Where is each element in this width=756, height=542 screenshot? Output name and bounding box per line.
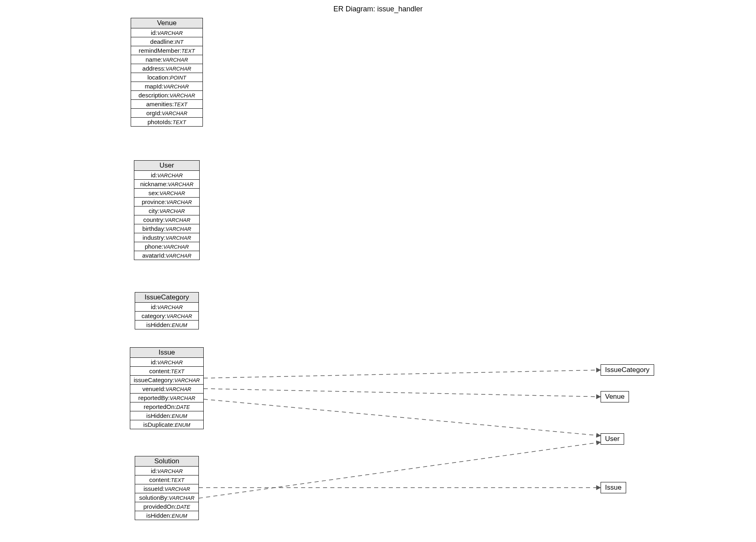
- field-type: VARCHAR: [157, 172, 183, 179]
- ref-issuecategory: IssueCategory: [601, 364, 654, 376]
- entity-venue-field-id: id:VARCHAR: [131, 28, 202, 37]
- field-name: isHidden: [146, 412, 170, 419]
- field-type: VARCHAR: [166, 199, 192, 205]
- field-name: deadline: [150, 38, 173, 45]
- field-name: birthday: [142, 225, 164, 232]
- field-name: id: [151, 467, 156, 474]
- entity-issue-field-reportedBy: reportedBy:VARCHAR: [130, 394, 203, 402]
- field-name: mapId: [145, 83, 162, 90]
- entity-solution-header: Solution: [135, 456, 198, 467]
- ref-user: User: [601, 433, 624, 445]
- field-name: location: [147, 74, 168, 81]
- field-type: VARCHAR: [157, 468, 183, 474]
- entity-issue-field-id: id:VARCHAR: [130, 358, 203, 367]
- diagram-canvas: ER Diagram: issue_handler Venue id:VARCH…: [0, 0, 756, 542]
- entity-issueCategory-field-category: category:VARCHAR: [135, 312, 198, 320]
- entity-user: User id:VARCHARnickname:VARCHARsex:VARCH…: [134, 160, 200, 260]
- field-name: isHidden: [146, 512, 170, 519]
- field-type: VARCHAR: [164, 486, 190, 492]
- field-name: reportedBy: [138, 394, 168, 401]
- entity-user-field-id: id:VARCHAR: [134, 171, 199, 180]
- field-type: POINT: [170, 75, 186, 81]
- entity-solution-field-id: id:VARCHAR: [135, 467, 198, 475]
- entity-user-field-industry: industry:VARCHAR: [134, 233, 199, 242]
- field-name: id: [151, 29, 156, 36]
- field-name: isHidden: [146, 321, 170, 328]
- entity-venue-field-description: description:VARCHAR: [131, 91, 202, 100]
- entity-user-header: User: [134, 161, 199, 171]
- ref-issue: Issue: [601, 482, 626, 493]
- field-name: province: [142, 198, 165, 205]
- field-type: VARCHAR: [168, 181, 194, 187]
- svg-line-1: [204, 389, 601, 397]
- field-type: TEXT: [171, 477, 184, 483]
- diagram-title: ER Diagram: issue_handler: [0, 5, 756, 13]
- entity-solution: Solution id:VARCHARcontent:TEXTissueId:V…: [135, 456, 199, 520]
- entity-user-field-sex: sex:VARCHAR: [134, 189, 199, 198]
- field-type: VARCHAR: [170, 395, 195, 401]
- entity-user-field-birthday: birthday:VARCHAR: [134, 224, 199, 233]
- field-type: DATE: [176, 404, 190, 410]
- field-type: VARCHAR: [169, 495, 194, 501]
- entity-issue-field-venueId: venueId:VARCHAR: [130, 385, 203, 394]
- field-type: VARCHAR: [165, 217, 190, 223]
- field-type: VARCHAR: [170, 92, 195, 99]
- entity-user-field-city: city:VARCHAR: [134, 206, 199, 215]
- entity-user-field-phone: phone:VARCHAR: [134, 242, 199, 251]
- svg-line-0: [204, 370, 601, 378]
- field-name: industry: [142, 234, 164, 241]
- entity-user-field-country: country:VARCHAR: [134, 215, 199, 224]
- field-name: reportedOn: [144, 403, 174, 410]
- field-name: country: [143, 216, 163, 223]
- entity-venue-field-orgId: orgId:VARCHAR: [131, 109, 202, 118]
- field-type: TEXT: [171, 368, 184, 374]
- field-name: content: [149, 368, 169, 374]
- entity-issue-header: Issue: [130, 348, 203, 358]
- field-type: VARCHAR: [166, 226, 191, 232]
- entity-solution-field-issueId: issueId:VARCHAR: [135, 484, 198, 493]
- field-name: content: [149, 476, 169, 483]
- field-type: TEXT: [174, 101, 187, 108]
- field-name: photoIds: [148, 118, 171, 125]
- field-name: id: [151, 303, 156, 310]
- field-name: orgId: [146, 110, 160, 116]
- field-type: VARCHAR: [166, 313, 192, 319]
- field-name: id: [151, 359, 156, 366]
- field-name: address: [142, 65, 164, 72]
- field-name: avatarId: [142, 252, 164, 259]
- entity-issue-field-isHidden: isHidden:ENUM: [130, 411, 203, 420]
- relationship-lines: [0, 0, 756, 542]
- entity-issue-field-content: content:TEXT: [130, 367, 203, 376]
- entity-issuecategory: IssueCategory id:VARCHARcategory:VARCHAR…: [135, 292, 199, 329]
- field-name: isDuplicate: [143, 421, 173, 428]
- field-name: amenities: [146, 101, 172, 108]
- entity-venue-field-amenities: amenities:TEXT: [131, 100, 202, 109]
- entity-issue: Issue id:VARCHARcontent:TEXTissueCategor…: [130, 347, 204, 429]
- field-name: solutionBy: [139, 494, 167, 501]
- entity-issue-field-issueCategory: issueCategory:VARCHAR: [130, 376, 203, 385]
- entity-issue-field-reportedOn: reportedOn:DATE: [130, 402, 203, 411]
- field-name: providedOn: [143, 503, 175, 510]
- entity-venue-field-deadline: deadline:INT: [131, 37, 202, 46]
- entity-issue-field-isDuplicate: isDuplicate:ENUM: [130, 420, 203, 429]
- entity-venue-field-mapId: mapId:VARCHAR: [131, 82, 202, 91]
- svg-line-2: [204, 399, 601, 436]
- field-type: TEXT: [181, 48, 195, 54]
- field-name: phone: [145, 243, 162, 250]
- field-name: issueId: [144, 485, 163, 492]
- field-type: VARCHAR: [157, 359, 183, 366]
- field-type: VARCHAR: [159, 190, 185, 196]
- entity-issueCategory-field-id: id:VARCHAR: [135, 303, 198, 312]
- field-name: sex: [149, 189, 158, 196]
- entity-venue-field-address: address:VARCHAR: [131, 64, 202, 73]
- field-name: venueId: [142, 385, 164, 392]
- field-type: VARCHAR: [164, 84, 189, 90]
- entity-user-field-nickname: nickname:VARCHAR: [134, 180, 199, 189]
- field-type: VARCHAR: [162, 110, 187, 116]
- entity-venue: Venue id:VARCHARdeadline:INTremindMember…: [131, 18, 203, 127]
- field-type: VARCHAR: [164, 244, 189, 250]
- entity-venue-header: Venue: [131, 18, 202, 28]
- field-type: VARCHAR: [166, 386, 191, 392]
- field-type: VARCHAR: [157, 304, 183, 310]
- entity-solution-field-content: content:TEXT: [135, 475, 198, 484]
